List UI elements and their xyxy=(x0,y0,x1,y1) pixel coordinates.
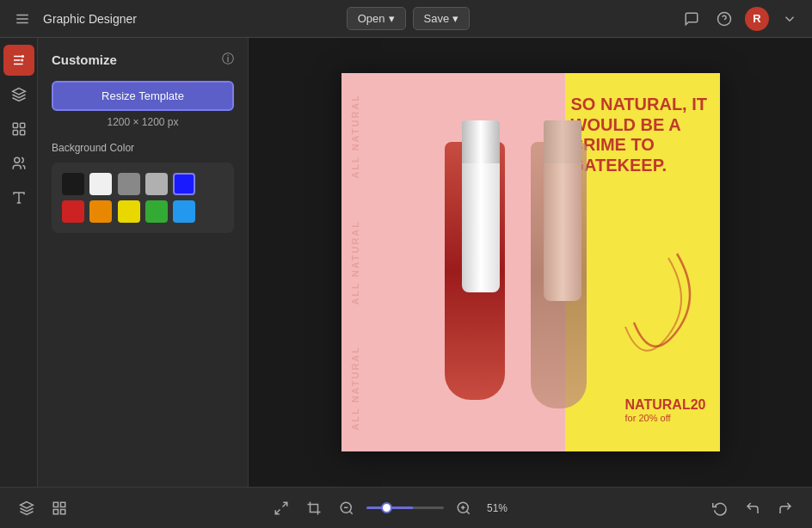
nav-people-button[interactable] xyxy=(3,148,34,179)
svg-rect-11 xyxy=(13,123,17,127)
info-icon[interactable]: ⓘ xyxy=(222,52,234,67)
bottom-center: 51% xyxy=(268,495,511,521)
zoom-slider[interactable] xyxy=(366,507,444,509)
nav-layers-button[interactable] xyxy=(3,79,34,110)
chat-icon-button[interactable] xyxy=(680,7,704,31)
color-swatch-gray[interactable] xyxy=(118,173,140,195)
more-options-button[interactable] xyxy=(778,7,802,31)
color-swatch-light-gray[interactable] xyxy=(145,173,168,195)
color-swatch-dark-blue[interactable] xyxy=(173,173,195,195)
gloss-nude-tube xyxy=(544,120,581,301)
nav-text-button[interactable] xyxy=(3,182,34,213)
svg-rect-19 xyxy=(53,502,58,507)
svg-rect-21 xyxy=(53,509,58,513)
nav-elements-button[interactable] xyxy=(3,114,34,144)
svg-rect-13 xyxy=(13,131,17,135)
promo-badge: NATURAL20 for 20% off xyxy=(618,392,713,427)
topbar-center: Open ▾ Save ▾ xyxy=(347,7,470,30)
canvas-area: ALL NATURAL ALL NATURAL ALL NATURAL SO N… xyxy=(249,38,812,487)
avatar[interactable]: R xyxy=(745,7,769,31)
open-button[interactable]: Open ▾ xyxy=(347,7,406,30)
watermark-line-3: ALL NATURAL xyxy=(350,346,402,431)
template-size-label: 1200 × 1200 px xyxy=(52,116,234,128)
hamburger-menu-button[interactable] xyxy=(10,7,34,31)
promo-code: NATURAL20 xyxy=(625,396,706,413)
sidebar-header: Customize ⓘ xyxy=(52,52,234,67)
bottom-bar: 51% xyxy=(0,487,812,528)
svg-marker-10 xyxy=(12,89,25,95)
redo-button[interactable] xyxy=(772,495,798,521)
svg-point-15 xyxy=(14,157,19,163)
svg-line-23 xyxy=(283,502,287,507)
zoom-out-button[interactable] xyxy=(334,495,360,521)
layers-panel-button[interactable] xyxy=(14,495,40,521)
app-title: Graphic Designer xyxy=(43,12,137,26)
color-grid xyxy=(52,163,234,233)
watermark-line-2: ALL NATURAL xyxy=(350,220,402,305)
grid-view-button[interactable] xyxy=(46,495,72,521)
decorative-swirl xyxy=(608,245,703,357)
nav-customize-button[interactable] xyxy=(3,45,34,76)
zoom-percentage: 51% xyxy=(483,502,511,514)
svg-rect-14 xyxy=(20,131,24,135)
color-swatch-light-blue[interactable] xyxy=(173,200,195,223)
left-nav xyxy=(0,38,38,487)
svg-line-24 xyxy=(275,509,280,513)
main-area: Customize ⓘ Resize Template 1200 × 1200 … xyxy=(0,38,812,487)
svg-rect-20 xyxy=(61,502,65,507)
bottom-left xyxy=(14,495,72,521)
help-icon-button[interactable] xyxy=(712,7,736,31)
undo-button[interactable] xyxy=(740,495,766,521)
gloss-red-tube xyxy=(462,120,500,292)
save-button[interactable]: Save ▾ xyxy=(413,7,471,30)
sidebar-title: Customize xyxy=(52,52,117,67)
color-swatch-orange[interactable] xyxy=(89,200,112,223)
svg-line-29 xyxy=(466,511,469,513)
bg-color-label: Background Color xyxy=(52,142,234,154)
promo-desc: for 20% off xyxy=(625,413,706,423)
color-swatch-yellow[interactable] xyxy=(118,200,140,223)
watermark-container: ALL NATURAL ALL NATURAL ALL NATURAL xyxy=(350,73,402,451)
bottom-right xyxy=(707,495,798,521)
crop-button[interactable] xyxy=(301,495,327,521)
svg-point-9 xyxy=(21,59,23,62)
headline-text: SO NATURAL, IT WOULD BE A CRIME TO GATEK… xyxy=(571,95,713,175)
zoom-in-button[interactable] xyxy=(451,495,477,521)
svg-marker-18 xyxy=(21,501,34,508)
fit-canvas-button[interactable] xyxy=(268,495,294,521)
topbar: Graphic Designer Open ▾ Save ▾ R xyxy=(0,0,812,38)
watermark-line-1: ALL NATURAL xyxy=(350,94,402,179)
canvas-wrapper: ALL NATURAL ALL NATURAL ALL NATURAL SO N… xyxy=(341,73,720,451)
canvas-image[interactable]: ALL NATURAL ALL NATURAL ALL NATURAL SO N… xyxy=(341,73,720,451)
sidebar-panel: Customize ⓘ Resize Template 1200 × 1200 … xyxy=(38,38,249,487)
zoom-slider-container xyxy=(366,507,444,509)
refresh-button[interactable] xyxy=(707,495,733,521)
topbar-left: Graphic Designer xyxy=(10,7,137,31)
color-swatch-red[interactable] xyxy=(62,200,84,223)
color-swatch-white[interactable] xyxy=(89,173,112,195)
color-swatch-green[interactable] xyxy=(145,200,168,223)
topbar-right: R xyxy=(680,7,802,31)
color-swatch-black[interactable] xyxy=(62,173,84,195)
svg-rect-12 xyxy=(20,123,24,127)
svg-line-26 xyxy=(349,511,352,513)
svg-point-8 xyxy=(22,55,24,58)
resize-template-button[interactable]: Resize Template xyxy=(52,81,234,111)
svg-rect-22 xyxy=(61,509,65,513)
